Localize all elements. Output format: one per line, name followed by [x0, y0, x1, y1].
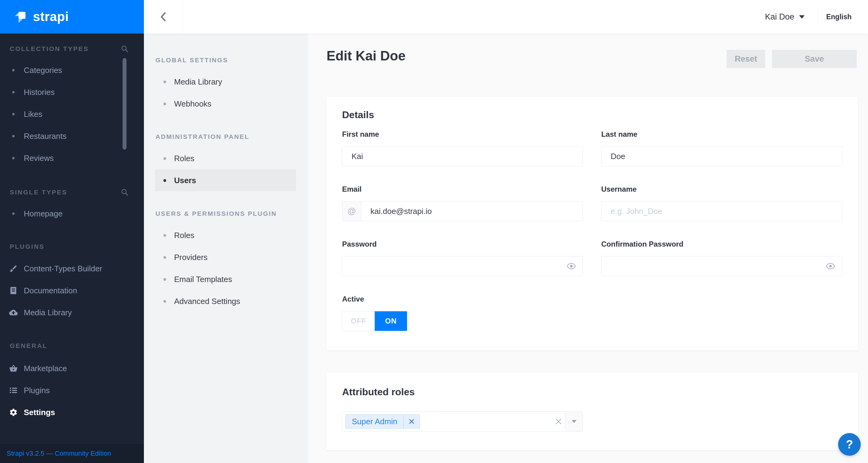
username-input[interactable]: [601, 201, 842, 221]
bullet-icon: [163, 103, 166, 105]
confirmation-password-label: Confirmation Password: [601, 239, 842, 249]
active-toggle[interactable]: OFF ON: [342, 311, 407, 331]
plugins-header: PLUGINS: [10, 243, 44, 250]
page-title: Edit Kai Doe: [327, 48, 405, 63]
bullet-icon: [163, 179, 166, 182]
roles-dropdown-button[interactable]: [565, 412, 583, 431]
bullet-icon: [163, 300, 166, 303]
bullet-icon: [12, 113, 14, 115]
last-name-label: Last name: [601, 130, 842, 139]
remove-role-button[interactable]: [404, 415, 420, 428]
list-icon: [9, 386, 18, 395]
settings-item-media-library[interactable]: Media Library: [144, 71, 308, 93]
clear-selection-button[interactable]: [555, 412, 562, 431]
email-label: Email: [342, 185, 583, 194]
sidebar-scrollbar[interactable]: [123, 58, 126, 149]
global-settings-header: GLOBAL SETTINGS: [155, 56, 228, 64]
sidebar-item-marketplace[interactable]: Marketplace: [0, 357, 144, 379]
role-chip-super-admin: Super Admin: [345, 414, 420, 429]
password-field-group: Password: [342, 239, 583, 276]
main-sidebar: strapi COLLECTION TYPES Categories Histo…: [0, 0, 144, 463]
first-name-field-group: First name: [342, 130, 583, 166]
single-types-header: SINGLE TYPES: [10, 189, 67, 196]
bullet-icon: [163, 256, 166, 259]
attributed-roles-heading: Attributed roles: [342, 386, 842, 398]
sidebar-item-reviews[interactable]: Reviews: [0, 147, 144, 169]
bullet-icon: [163, 278, 166, 281]
paintbrush-icon: [9, 264, 18, 273]
sidebar-footer: Strapi v3.2.5 — Community Edition: [0, 444, 144, 463]
chevron-down-icon: [572, 420, 577, 423]
settings-item-email-templates[interactable]: Email Templates: [144, 268, 308, 290]
users-permissions-header: USERS & PERMISSIONS PLUGIN: [155, 210, 277, 217]
role-chip-label: Super Admin: [346, 417, 403, 426]
bullet-icon: [12, 91, 14, 93]
toggle-on-option[interactable]: ON: [375, 311, 407, 331]
user-menu[interactable]: Kai Doe: [765, 12, 805, 22]
sidebar-nav: COLLECTION TYPES Categories Histories Li…: [0, 34, 144, 444]
general-header: GENERAL: [10, 342, 48, 349]
details-card: Details First name Last name Email @ Use…: [327, 97, 858, 350]
settings-item-up-roles[interactable]: Roles: [144, 224, 308, 246]
help-button[interactable]: ?: [838, 433, 861, 456]
sidebar-item-documentation[interactable]: Documentation: [0, 280, 144, 301]
active-label: Active: [342, 294, 583, 304]
confirmation-password-field-group: Confirmation Password: [601, 239, 842, 276]
last-name-input[interactable]: [601, 146, 842, 166]
sidebar-item-media-library[interactable]: Media Library: [0, 301, 144, 323]
settings-item-advanced-settings[interactable]: Advanced Settings: [144, 290, 308, 312]
header-actions: Reset Save: [726, 50, 857, 68]
strapi-logo-icon: [11, 9, 27, 25]
back-button[interactable]: [144, 0, 183, 34]
settings-item-providers[interactable]: Providers: [144, 246, 308, 268]
top-bar: Kai Doe English: [144, 0, 868, 34]
bullet-icon: [163, 234, 166, 237]
bullet-icon: [163, 81, 166, 83]
sidebar-item-plugins[interactable]: Plugins: [0, 379, 144, 401]
eye-icon: [826, 263, 835, 269]
first-name-input[interactable]: [342, 146, 583, 166]
password-label: Password: [342, 239, 583, 249]
chevron-left-icon: [159, 11, 168, 23]
administration-panel-header: ADMINISTRATION PANEL: [155, 133, 249, 140]
basket-icon: [9, 364, 18, 373]
email-input[interactable]: [361, 201, 583, 221]
language-selector[interactable]: English: [817, 8, 851, 25]
username-label: Username: [601, 185, 842, 194]
strapi-logo-text: strapi: [33, 9, 69, 24]
gear-icon: [9, 408, 18, 416]
save-button[interactable]: Save: [772, 50, 857, 68]
sidebar-item-homepage[interactable]: Homepage: [0, 203, 144, 225]
settings-item-webhooks[interactable]: Webhooks: [144, 93, 308, 115]
settings-item-roles[interactable]: Roles: [144, 147, 308, 169]
main-content: Edit Kai Doe Reset Save Details First na…: [308, 34, 868, 463]
attributed-roles-card: Attributed roles Super Admin: [327, 373, 858, 450]
email-field-group: Email @: [342, 185, 583, 221]
settings-item-users[interactable]: Users: [155, 169, 296, 191]
confirmation-password-visibility-toggle[interactable]: [824, 256, 837, 276]
sidebar-item-settings[interactable]: Settings: [0, 401, 144, 423]
confirmation-password-input[interactable]: [601, 256, 842, 276]
search-icon[interactable]: [121, 45, 129, 53]
collection-types-header: COLLECTION TYPES: [10, 45, 89, 53]
cloud-upload-icon: [9, 308, 18, 317]
strapi-logo[interactable]: strapi: [0, 0, 144, 34]
bullet-icon: [12, 157, 14, 159]
details-heading: Details: [342, 109, 842, 121]
password-input[interactable]: [342, 256, 583, 276]
first-name-label: First name: [342, 130, 583, 139]
roles-multiselect[interactable]: Super Admin: [342, 411, 583, 432]
bullet-icon: [12, 135, 14, 137]
strapi-version-link[interactable]: Strapi v3.2.5 — Community Edition: [7, 450, 111, 458]
toggle-off-option[interactable]: OFF: [342, 311, 375, 331]
reset-button[interactable]: Reset: [726, 50, 765, 68]
password-visibility-toggle[interactable]: [565, 256, 578, 276]
user-name: Kai Doe: [765, 12, 794, 22]
sidebar-item-content-types-builder[interactable]: Content-Types Builder: [0, 258, 144, 280]
at-sign-icon: @: [342, 201, 361, 221]
x-icon: [409, 419, 414, 424]
last-name-field-group: Last name: [601, 130, 842, 166]
bullet-icon: [163, 157, 166, 160]
search-icon[interactable]: [121, 188, 129, 196]
username-field-group: Username: [601, 185, 842, 221]
